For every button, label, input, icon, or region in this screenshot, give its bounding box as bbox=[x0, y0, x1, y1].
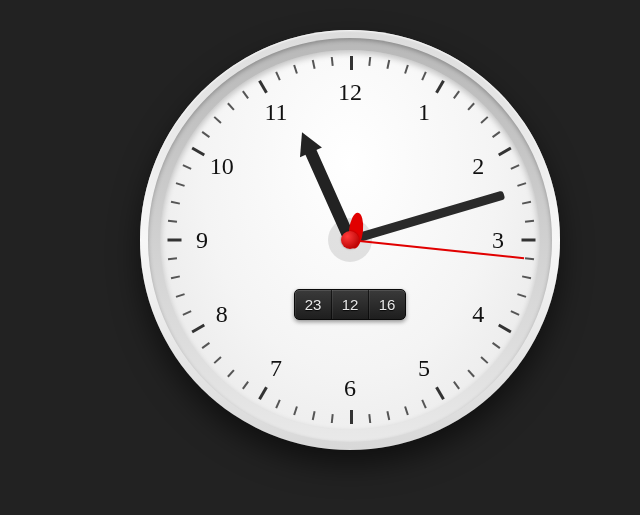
clock-face: 121234567891011 23 12 16 bbox=[160, 50, 540, 430]
stage: 121234567891011 23 12 16 bbox=[0, 0, 640, 515]
analog-clock: 121234567891011 23 12 16 bbox=[140, 30, 560, 450]
digital-minutes: 12 bbox=[332, 290, 369, 319]
minute-hand bbox=[349, 191, 505, 245]
center-pin bbox=[341, 231, 359, 249]
digital-readout: 23 12 16 bbox=[294, 289, 406, 320]
digital-hours: 23 bbox=[295, 290, 332, 319]
hands bbox=[160, 50, 540, 430]
digital-seconds: 16 bbox=[369, 290, 405, 319]
second-hand bbox=[350, 239, 524, 259]
hour-hand bbox=[304, 146, 356, 242]
